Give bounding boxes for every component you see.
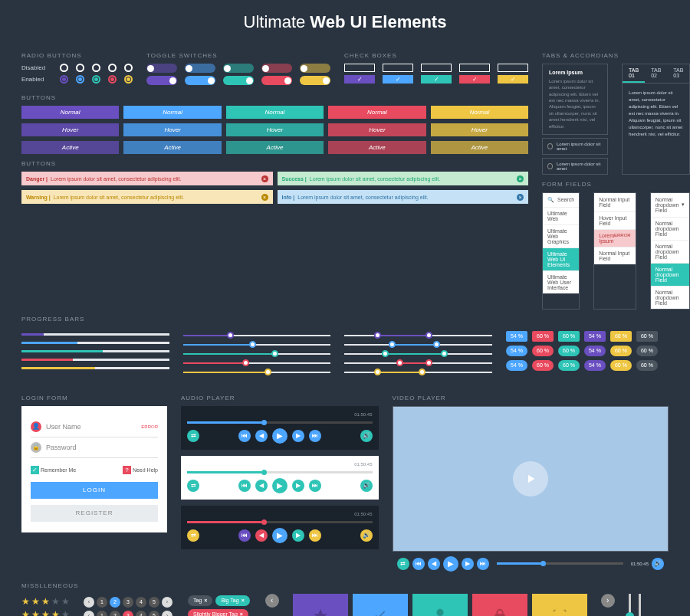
range-slider[interactable] xyxy=(344,362,492,364)
slider[interactable] xyxy=(183,344,331,346)
play-icon[interactable]: ▶ xyxy=(443,556,458,572)
radio[interactable] xyxy=(92,64,100,72)
rewind-icon[interactable]: ◀ xyxy=(255,480,268,492)
checkbox[interactable] xyxy=(459,64,490,72)
page-number[interactable]: 2 xyxy=(110,611,120,616)
search-input[interactable]: 🔍 Search xyxy=(543,193,579,207)
shuffle-icon[interactable]: ⇄ xyxy=(187,480,199,492)
toggle[interactable] xyxy=(261,64,292,73)
page-number[interactable]: 4 xyxy=(136,611,146,616)
radio[interactable]: .radio.on[style*='#2ec4b6']::after{backg… xyxy=(92,75,100,84)
toggle[interactable] xyxy=(300,76,330,85)
toggle[interactable] xyxy=(223,64,254,73)
button[interactable]: Normal xyxy=(21,106,119,119)
search-option[interactable]: Ultimate Web Graphics xyxy=(543,224,579,247)
dropdown-option[interactable]: Normal dropdown Field xyxy=(651,217,690,240)
close-icon[interactable]: × xyxy=(261,175,268,182)
seek-bar[interactable] xyxy=(187,521,373,523)
forward-icon[interactable]: ▶ xyxy=(292,430,304,442)
button[interactable]: Hover xyxy=(328,123,426,136)
next-icon[interactable]: ⏭ xyxy=(309,430,321,442)
nav-prev[interactable]: ‹ xyxy=(265,594,279,608)
button[interactable]: Active xyxy=(226,141,324,154)
forward-icon[interactable]: ▶ xyxy=(292,480,304,492)
radio[interactable] xyxy=(60,64,68,72)
page-number[interactable]: 2 xyxy=(110,597,120,608)
button[interactable]: Active xyxy=(431,141,528,154)
rewind-icon[interactable]: ◀ xyxy=(428,558,440,570)
close-icon[interactable]: × xyxy=(517,175,524,182)
play-icon[interactable]: ▶ xyxy=(272,478,288,493)
page-number[interactable]: 3 xyxy=(123,597,133,608)
search-option[interactable]: Ultimate Web xyxy=(543,207,579,224)
toggle[interactable] xyxy=(223,76,254,85)
vertical-slider[interactable] xyxy=(639,594,641,616)
range-slider[interactable] xyxy=(344,353,492,355)
shuffle-icon[interactable]: ⇄ xyxy=(397,558,409,570)
button[interactable]: Hover xyxy=(431,123,528,136)
page-prev[interactable]: ‹ xyxy=(84,611,94,616)
rewind-icon[interactable]: ◀ xyxy=(255,529,268,542)
volume-icon[interactable]: 🔊 xyxy=(652,558,664,570)
close-icon[interactable]: × xyxy=(517,194,524,201)
checkbox[interactable]: ✓ xyxy=(344,75,375,84)
rewind-icon[interactable]: ◀ xyxy=(255,430,268,442)
radio[interactable] xyxy=(108,64,117,72)
tile[interactable]: Lorem Ipsum xyxy=(472,594,527,616)
vertical-slider[interactable] xyxy=(629,594,631,616)
input-option[interactable]: Hover Input Field xyxy=(594,211,636,229)
input-option[interactable]: Normal Input Field xyxy=(594,247,636,264)
radio[interactable]: .radio.on[style*='#4da6ff']::after{backg… xyxy=(76,75,84,84)
dropdown[interactable]: Normal dropdown Field▾ xyxy=(651,193,690,217)
shuffle-icon[interactable]: ⇄ xyxy=(187,430,199,442)
page-number[interactable]: 4 xyxy=(136,597,146,608)
checkbox[interactable]: ✓ xyxy=(498,75,528,84)
next-icon[interactable]: ⏭ xyxy=(309,480,321,492)
page-number[interactable]: 5 xyxy=(149,597,159,608)
toggle[interactable] xyxy=(185,76,215,85)
slider[interactable] xyxy=(183,362,331,364)
need-help[interactable]: ? Need Help xyxy=(123,466,158,474)
text-input[interactable]: Normal Input Field xyxy=(594,193,636,211)
login-button[interactable]: LOGIN xyxy=(31,482,158,499)
prev-icon[interactable]: ⏮ xyxy=(412,558,425,570)
next-icon[interactable]: ⏭ xyxy=(477,558,489,570)
page-prev[interactable]: ‹ xyxy=(84,597,94,608)
checkbox[interactable]: ✓ xyxy=(459,75,490,84)
close-icon[interactable]: × xyxy=(242,598,245,603)
checkbox[interactable] xyxy=(344,64,375,72)
play-icon[interactable]: ▶ xyxy=(272,428,288,444)
button[interactable]: Hover xyxy=(226,123,324,136)
checkbox[interactable] xyxy=(421,64,452,72)
slider[interactable] xyxy=(183,372,331,373)
tag[interactable]: Tag × xyxy=(188,595,212,606)
nav-next[interactable]: › xyxy=(601,594,615,608)
search-option[interactable]: Ultimate Web User Interface xyxy=(543,270,579,293)
toggle[interactable] xyxy=(185,64,215,73)
toggle[interactable] xyxy=(261,76,292,85)
star-rating[interactable]: ★★★★★ xyxy=(21,609,70,616)
accordion-item[interactable]: Lorem ipsum dolor sit amet xyxy=(542,158,608,175)
page-number[interactable]: 1 xyxy=(97,611,107,616)
volume-icon[interactable]: 🔊 xyxy=(360,529,373,542)
checkbox[interactable] xyxy=(498,64,528,72)
forward-icon[interactable]: ▶ xyxy=(462,558,474,570)
page-next[interactable]: › xyxy=(162,597,172,608)
seek-bar[interactable] xyxy=(187,421,373,424)
next-icon[interactable]: ⏭ xyxy=(309,529,321,542)
dropdown-option[interactable]: Normal dropdown Field xyxy=(651,263,690,286)
video-player[interactable] xyxy=(393,406,669,552)
toggle[interactable] xyxy=(300,64,330,73)
radio[interactable] xyxy=(76,64,84,72)
page-next[interactable]: › xyxy=(162,611,172,616)
play-icon[interactable]: ▶ xyxy=(272,528,288,543)
dropdown-option[interactable]: Normal dropdown Field xyxy=(651,240,690,263)
seek-bar[interactable] xyxy=(187,471,373,473)
radio[interactable]: .radio.on[style*='#6a4fc1']::after{backg… xyxy=(60,75,68,84)
forward-icon[interactable]: ▶ xyxy=(292,529,304,542)
button[interactable]: Hover xyxy=(21,123,119,136)
radio[interactable] xyxy=(124,64,133,72)
tab[interactable]: TAB 02 xyxy=(645,64,667,83)
button[interactable]: Active xyxy=(328,141,426,154)
search-option[interactable]: Ultimate Web UI Elements xyxy=(543,247,579,270)
